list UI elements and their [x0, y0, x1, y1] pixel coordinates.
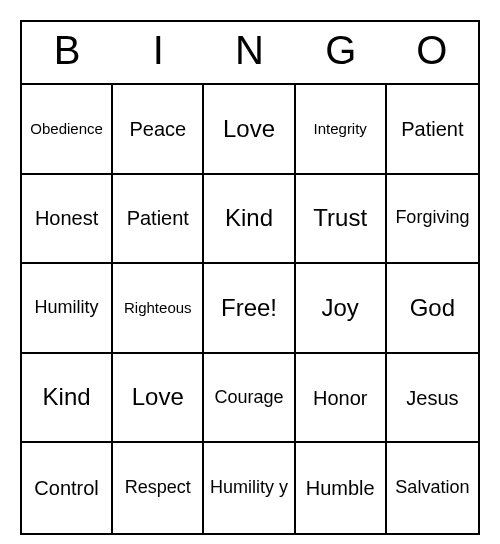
- bingo-cell[interactable]: Righteous: [113, 264, 204, 354]
- bingo-cell[interactable]: God: [387, 264, 478, 354]
- bingo-cell[interactable]: Jesus: [387, 354, 478, 444]
- bingo-cell[interactable]: Honor: [296, 354, 387, 444]
- bingo-card: B I N G O ObediencePeaceLoveIntegrityPat…: [20, 20, 480, 535]
- header-o: O: [387, 22, 478, 83]
- bingo-cell[interactable]: Respect: [113, 443, 204, 533]
- bingo-cell[interactable]: Forgiving: [387, 175, 478, 265]
- bingo-header-row: B I N G O: [22, 22, 478, 83]
- header-n: N: [204, 22, 295, 83]
- bingo-cell[interactable]: Joy: [296, 264, 387, 354]
- bingo-cell[interactable]: Honest: [22, 175, 113, 265]
- bingo-cell[interactable]: Humility: [22, 264, 113, 354]
- header-g: G: [296, 22, 387, 83]
- bingo-cell[interactable]: Patient: [113, 175, 204, 265]
- bingo-cell[interactable]: Free!: [204, 264, 295, 354]
- bingo-cell[interactable]: Salvation: [387, 443, 478, 533]
- bingo-cell[interactable]: Love: [113, 354, 204, 444]
- bingo-cell[interactable]: Kind: [204, 175, 295, 265]
- bingo-cell[interactable]: Kind: [22, 354, 113, 444]
- bingo-cell[interactable]: Peace: [113, 85, 204, 175]
- bingo-cell[interactable]: Love: [204, 85, 295, 175]
- bingo-cell[interactable]: Courage: [204, 354, 295, 444]
- bingo-cell[interactable]: Control: [22, 443, 113, 533]
- bingo-cell[interactable]: Humble: [296, 443, 387, 533]
- bingo-cell[interactable]: Humility y: [204, 443, 295, 533]
- bingo-cell[interactable]: Trust: [296, 175, 387, 265]
- bingo-grid: ObediencePeaceLoveIntegrityPatientHonest…: [22, 83, 478, 533]
- bingo-cell[interactable]: Obedience: [22, 85, 113, 175]
- bingo-cell[interactable]: Patient: [387, 85, 478, 175]
- header-i: I: [113, 22, 204, 83]
- header-b: B: [22, 22, 113, 83]
- bingo-cell[interactable]: Integrity: [296, 85, 387, 175]
